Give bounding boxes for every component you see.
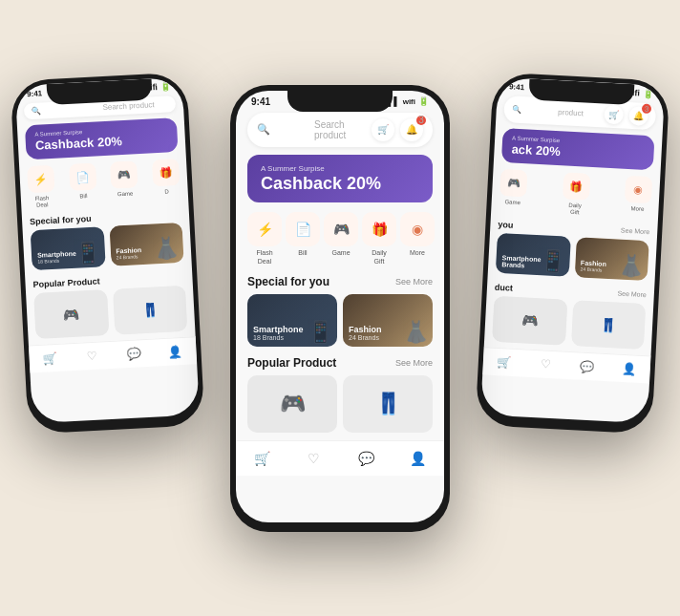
search-actions-right: 🛒 🔔 3: [604, 105, 648, 126]
time-center: 9:41: [251, 96, 270, 107]
nav-wishlist-right[interactable]: ♡: [531, 354, 561, 375]
flash-icon-center: ⚡: [247, 212, 282, 246]
smartphone-card-left[interactable]: Smartphone 18 Brands: [31, 226, 106, 270]
search-placeholder-right: product: [558, 108, 599, 118]
cat-flash-left[interactable]: ⚡ FlashDeal: [27, 165, 55, 210]
notif-btn-center[interactable]: 🔔 3: [400, 118, 423, 141]
shorts-card-right[interactable]: 👖: [570, 300, 646, 350]
nav-wishlist-left[interactable]: ♡: [77, 346, 107, 367]
popular-title-left: Popular Product: [32, 276, 99, 289]
cat-more-right[interactable]: ◉ More: [624, 176, 652, 221]
search-bar-center[interactable]: 🔍 Search product 🛒 🔔 3: [247, 113, 433, 147]
nav-home-right[interactable]: 🛒: [489, 351, 519, 372]
special-title-center: Special for you: [247, 275, 329, 288]
smartphone-overlay-center: Smartphone 18 Brands: [247, 294, 337, 347]
categories-left: ⚡ FlashDeal 📄 Bill 🎮 Game 🎁 D: [27, 159, 181, 210]
special-title-left: Special for you: [30, 214, 92, 226]
smartphone-card-right[interactable]: SmartphoneBrands: [496, 233, 571, 277]
notif-btn-right[interactable]: 🔔 3: [628, 106, 648, 126]
game-icon-right: 🎮: [499, 169, 527, 197]
phone-right: 9:41 ▌▌ wifi 🔋 🔍 product 🛒 🔔 3: [475, 72, 669, 434]
status-icons-center: ▌▌ wifi 🔋: [388, 96, 429, 106]
more-icon-right: ◉: [625, 176, 652, 203]
flash-icon-left: ⚡: [27, 165, 54, 193]
cart-btn-center[interactable]: 🛒: [372, 118, 394, 141]
cat-bill-center[interactable]: 📄 Bill: [286, 212, 320, 266]
ps-card-center[interactable]: 🎮: [247, 375, 337, 433]
time-right: 9:41: [509, 82, 524, 92]
product-cards-right: SmartphoneBrands Fashion 24 Brands: [496, 233, 649, 281]
shorts-card-left[interactable]: 👖: [112, 285, 187, 334]
fashion-subtitle-center: 24 Brands: [349, 334, 427, 341]
cat-gift-center[interactable]: 🎁 DailyGift: [362, 212, 396, 266]
gift-icon-center: 🎁: [362, 212, 396, 246]
product-cards-left: Smartphone 18 Brands Fashion 24 Brands: [31, 223, 184, 270]
smartphone-overlay-right: SmartphoneBrands: [496, 233, 571, 277]
see-more-popular-right[interactable]: See More: [617, 290, 647, 299]
search-placeholder-center: Search product: [314, 119, 366, 140]
fashion-overlay-right: Fashion 24 Brands: [574, 237, 649, 281]
time-left: 9:41: [27, 89, 42, 98]
smartphone-subtitle-center: 18 Brands: [253, 334, 331, 341]
nav-profile-left[interactable]: 👤: [160, 341, 190, 362]
popular-cards-left: 🎮 👖: [33, 285, 187, 338]
phone-left-screen: 9:41 ▌▌ wifi 🔋 🔍 Search product A Summer…: [15, 77, 200, 424]
cat-game-right[interactable]: 🎮 Game: [499, 169, 527, 214]
fashion-overlay-center: Fashion 24 Brands: [343, 294, 433, 347]
bottom-nav-center: 🛒 ♡ 💬 👤: [236, 440, 444, 476]
banner-right: A Summer Surpise ack 20%: [501, 128, 655, 171]
popular-header-center: Popular Product See More: [247, 356, 433, 370]
notch-center: [287, 91, 393, 112]
nav-home-center[interactable]: 🛒: [247, 447, 276, 470]
fashion-subtitle-right: 24 Brands: [581, 266, 643, 274]
nav-chat-left[interactable]: 💬: [118, 344, 148, 365]
categories-right: 🎮 Game 🎁 DailyGift ◉ More: [499, 169, 652, 221]
nav-home-left[interactable]: 🛒: [35, 348, 65, 369]
popular-cards-center: 🎮 👖: [247, 375, 433, 433]
see-more-special-right[interactable]: See More: [621, 227, 650, 236]
banner-center: A Summer Surpise Cashback 20%: [247, 155, 433, 203]
popular-cards-right: 🎮 👖: [492, 295, 646, 349]
search-icon-center: 🔍: [257, 123, 308, 136]
cat-d-left[interactable]: 🎁 D: [152, 159, 181, 203]
smartphone-card-center[interactable]: Smartphone 18 Brands: [247, 294, 337, 347]
nav-chat-center[interactable]: 💬: [351, 447, 380, 470]
popular-title-right: duct: [495, 282, 513, 292]
phone-left: 9:41 ▌▌ wifi 🔋 🔍 Search product A Summer…: [10, 72, 204, 434]
ps-card-left[interactable]: 🎮: [33, 289, 109, 339]
see-more-special-center[interactable]: See More: [395, 277, 433, 287]
fashion-card-left[interactable]: Fashion 24 Brands: [109, 223, 184, 266]
cart-btn-right[interactable]: 🛒: [604, 105, 624, 125]
cat-gift-right[interactable]: 🎁 DailyGift: [562, 173, 590, 218]
banner-subtitle-center: A Summer Surpise: [261, 164, 419, 173]
search-icon-right: 🔍: [512, 105, 553, 116]
see-more-popular-center[interactable]: See More: [395, 358, 433, 368]
product-cards-center: Smartphone 18 Brands Fashion 24 Brands: [247, 294, 433, 347]
game-icon-center: 🎮: [324, 212, 358, 246]
bill-icon-left: 📄: [69, 163, 96, 191]
fashion-overlay-left: Fashion 24 Brands: [109, 223, 184, 266]
cat-more-center[interactable]: ◉ More: [400, 212, 435, 266]
cat-bill-left[interactable]: 📄 Bill: [69, 163, 97, 208]
ps-card-right[interactable]: 🎮: [492, 295, 567, 345]
phone-center: 9:41 ▌▌ wifi 🔋 🔍 Search product 🛒 🔔 3: [230, 85, 450, 532]
daily-icon-left: 🎁: [152, 159, 180, 186]
cat-game-center[interactable]: 🎮 Game: [324, 212, 358, 266]
banner-left: A Summer Surpise Cashback 20%: [25, 117, 179, 160]
nav-wishlist-center[interactable]: ♡: [300, 447, 329, 470]
smartphone-title-right: SmartphoneBrands: [501, 254, 563, 270]
fashion-card-center[interactable]: Fashion 24 Brands: [343, 294, 433, 347]
fashion-title-center: Fashion: [349, 325, 427, 334]
nav-profile-center[interactable]: 👤: [404, 447, 433, 470]
nav-chat-right[interactable]: 💬: [573, 356, 603, 377]
nav-profile-right[interactable]: 👤: [614, 358, 644, 379]
categories-center: ⚡ FlashDeal 📄 Bill 🎮 Game 🎁 DailyGift ◉: [247, 212, 433, 266]
shorts-card-center[interactable]: 👖: [343, 375, 433, 433]
fashion-card-right[interactable]: Fashion 24 Brands: [574, 237, 649, 281]
cat-flash-center[interactable]: ⚡ FlashDeal: [247, 212, 282, 266]
special-header-center: Special for you See More: [247, 275, 433, 288]
phone-right-screen: 9:41 ▌▌ wifi 🔋 🔍 product 🛒 🔔 3: [480, 77, 665, 424]
popular-title-center: Popular Product: [247, 356, 336, 370]
game-icon-left: 🎮: [110, 161, 138, 189]
cat-game-left[interactable]: 🎮 Game: [110, 161, 138, 206]
